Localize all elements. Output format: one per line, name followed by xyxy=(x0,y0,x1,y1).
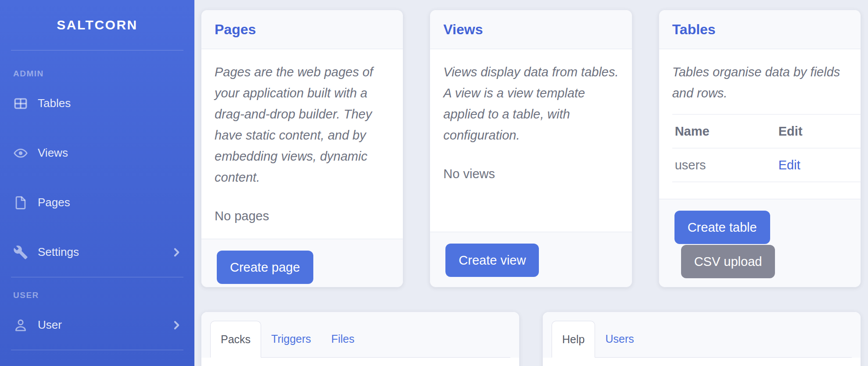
csv-upload-button[interactable]: CSV upload xyxy=(681,245,775,278)
tables-description: Tables organise data by fields and rows. xyxy=(672,61,861,104)
help-tabs: Help Users xyxy=(552,321,852,358)
sidebar-divider xyxy=(11,50,183,50)
help-tab-card-body xyxy=(543,358,861,366)
sidebar-item-pages[interactable]: Pages xyxy=(0,178,194,227)
help-tab-card-header: Help Users xyxy=(543,312,861,358)
chevron-right-icon xyxy=(171,247,182,258)
sidebar-item-settings[interactable]: Settings xyxy=(0,227,194,277)
table-name-cell: users xyxy=(672,148,776,182)
sidebar-item-tables[interactable]: Tables xyxy=(0,79,194,128)
create-view-button[interactable]: Create view xyxy=(445,244,539,277)
sidebar-section-user: USER xyxy=(0,291,194,300)
pages-empty-note: No pages xyxy=(215,205,390,226)
main-content: Pages Pages are the web pages of your ap… xyxy=(194,0,868,366)
views-card: Views Views display data from tables. A … xyxy=(430,10,632,287)
table-row: users Edit xyxy=(672,148,861,182)
pages-card-footer: Create page xyxy=(201,239,403,287)
edit-table-link[interactable]: Edit xyxy=(778,158,800,172)
bottom-cards-row: Packs Triggers Files Help Users xyxy=(201,312,861,366)
tab-triggers[interactable]: Triggers xyxy=(261,321,321,358)
tab-help[interactable]: Help xyxy=(552,321,595,358)
tab-users[interactable]: Users xyxy=(595,321,644,358)
packs-tab-card-header: Packs Triggers Files xyxy=(201,312,519,358)
file-icon xyxy=(13,195,28,210)
tables-card-body: Tables organise data by fields and rows.… xyxy=(659,49,861,199)
sidebar-item-label: Settings xyxy=(38,245,79,259)
tables-card-footer: Create tableCSV upload xyxy=(659,199,861,287)
packs-tabs: Packs Triggers Files xyxy=(210,321,510,358)
tab-files[interactable]: Files xyxy=(321,321,365,358)
sidebar-item-label: User xyxy=(38,318,62,332)
sidebar-item-user[interactable]: User xyxy=(0,300,194,350)
tab-packs[interactable]: Packs xyxy=(210,321,261,358)
sidebar-item-views[interactable]: Views xyxy=(0,128,194,178)
user-icon xyxy=(13,318,28,333)
app-root: SALTCORN ADMIN Tables Views xyxy=(0,0,868,366)
tables-list-header-row: Name Edit xyxy=(672,115,861,148)
sidebar-item-label: Views xyxy=(38,146,68,160)
tables-card-title: Tables xyxy=(672,20,847,39)
sidebar-item-label: Pages xyxy=(38,196,70,209)
pages-card-header: Pages xyxy=(201,10,403,49)
wrench-icon xyxy=(13,245,28,260)
views-card-footer: Create view xyxy=(430,232,631,287)
views-card-header: Views xyxy=(430,10,631,49)
summary-cards-row: Pages Pages are the web pages of your ap… xyxy=(201,10,861,287)
chevron-right-icon xyxy=(171,319,182,331)
sidebar: SALTCORN ADMIN Tables Views xyxy=(0,0,194,366)
pages-description: Pages are the web pages of your applicat… xyxy=(215,61,390,188)
views-description: Views display data from tables. A view i… xyxy=(443,61,618,146)
tables-list-header-name: Name xyxy=(672,115,776,148)
pages-card-title: Pages xyxy=(215,20,390,39)
packs-tab-card: Packs Triggers Files xyxy=(201,312,520,366)
pages-card: Pages Pages are the web pages of your ap… xyxy=(201,10,403,287)
help-tab-card: Help Users xyxy=(542,312,861,366)
pages-card-body: Pages are the web pages of your applicat… xyxy=(201,49,403,239)
views-card-body: Views display data from tables. A view i… xyxy=(430,49,631,232)
tables-list-header-edit: Edit xyxy=(776,115,861,148)
views-card-title: Views xyxy=(443,20,618,39)
brand-logo[interactable]: SALTCORN xyxy=(0,0,194,50)
create-page-button[interactable]: Create page xyxy=(217,251,313,284)
sidebar-item-label: Tables xyxy=(38,97,71,110)
create-table-button[interactable]: Create table xyxy=(674,211,770,244)
tables-card-header: Tables xyxy=(659,10,861,49)
table-icon xyxy=(13,96,28,111)
tables-list: Name Edit users Edit xyxy=(672,114,861,182)
sidebar-divider xyxy=(11,277,183,277)
sidebar-section-admin: ADMIN xyxy=(0,69,194,79)
tables-card: Tables Tables organise data by fields an… xyxy=(659,10,861,287)
packs-tab-card-body xyxy=(201,358,519,366)
eye-icon xyxy=(13,146,28,161)
views-empty-note: No views xyxy=(443,163,618,184)
sidebar-divider xyxy=(11,350,183,350)
